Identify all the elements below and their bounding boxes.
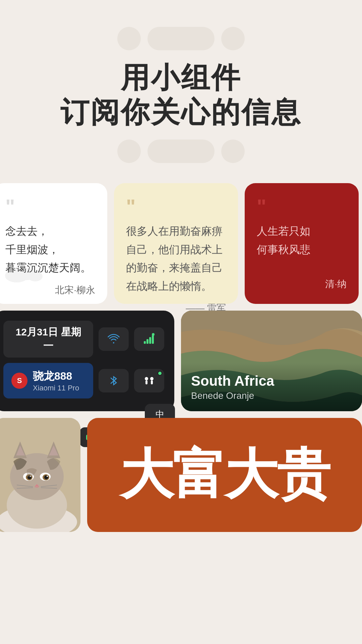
svg-rect-5 <box>149 337 151 344</box>
quote-author-2: —— 雷军 <box>126 302 226 311</box>
system-row-1: 12月31日 星期一 <box>3 321 164 358</box>
signal-button[interactable] <box>134 327 164 351</box>
chip-badge: S 骁龙888 Xiaomi 11 Pro <box>3 363 93 398</box>
svg-rect-11 <box>151 380 153 384</box>
quote-author-3: 清·纳 <box>257 278 347 290</box>
quote-card-leijun[interactable]: " 很多人在用勤奋麻痹自己，他们用战术上的勤奋，来掩盖自己在战略上的懒惰。 ——… <box>114 183 238 304</box>
pill-decor-3 <box>221 27 245 50</box>
system-row-2: S 骁龙888 Xiaomi 11 Pro <box>3 363 164 398</box>
top-decorative-pills <box>20 27 342 50</box>
map-widget[interactable]: South Africa Benede Oranje <box>181 311 362 411</box>
airpods-button[interactable] <box>134 369 164 392</box>
svg-point-7 <box>152 333 155 336</box>
quote-card-qing-poem[interactable]: " 人生若只如 何事秋风悲 清·纳 <box>245 183 359 304</box>
cloud-decoration <box>3 262 44 284</box>
map-country: South Africa <box>191 373 352 389</box>
chip-model: Xiaomi 11 Pro <box>33 384 79 392</box>
svg-point-2 <box>28 271 43 281</box>
chip-name: 骁龙888 <box>33 369 79 384</box>
svg-point-28 <box>47 476 48 477</box>
cat-widget[interactable] <box>0 418 80 532</box>
snapdragon-logo: S <box>11 373 27 389</box>
pill-decor-6 <box>221 140 245 163</box>
quote-text-3: 人生若只如 何事秋风悲 <box>257 222 347 271</box>
cat-image <box>0 418 80 532</box>
quote-card-chinese-poem[interactable]: " 念去去， 千里烟波， 暮霭沉沉楚天阔。 北宋·柳永 <box>0 183 107 304</box>
pill-decor-5 <box>147 140 215 163</box>
fortune-widget[interactable]: 大富大贵 <box>87 418 362 532</box>
map-info-overlay: South Africa Benede Oranje <box>181 363 362 411</box>
wifi-button[interactable] <box>99 327 129 351</box>
quote-cards-row: " 念去去， 千里烟波， 暮霭沉沉楚天阔。 北宋·柳永 " 很多人在用勤奋麻痹自… <box>0 183 362 311</box>
svg-point-8 <box>145 377 148 380</box>
date-label: 12月31日 星期一 <box>3 321 93 358</box>
fortune-text: 大富大贵 <box>120 439 329 511</box>
pill-decor-1 <box>117 27 141 50</box>
quote-mark-2: " <box>126 197 226 217</box>
svg-rect-6 <box>152 335 154 344</box>
quote-mark-1: " <box>5 197 95 217</box>
bluetooth-button[interactable] <box>99 369 129 392</box>
svg-rect-4 <box>146 339 148 344</box>
quote-mark-3: " <box>257 197 347 217</box>
system-map-row: 12月31日 星期一 <box>0 311 362 418</box>
chip-info: 骁龙888 Xiaomi 11 Pro <box>33 369 79 392</box>
header-section: 用小组件 订阅你关心的信息 <box>0 0 362 176</box>
bottom-decorative-pills <box>20 140 342 163</box>
svg-rect-3 <box>144 341 146 344</box>
page-title: 用小组件 订阅你关心的信息 <box>20 60 342 129</box>
svg-rect-9 <box>145 380 147 384</box>
quote-author-1: 北宋·柳永 <box>5 284 95 297</box>
map-region: Benede Oranje <box>191 390 352 401</box>
svg-point-10 <box>150 377 154 380</box>
bottom-row: 大富大贵 <box>0 418 362 532</box>
quote-text-2: 很多人在用勤奋麻痹自己，他们用战术上的勤奋，来掩盖自己在战略上的懒惰。 <box>126 222 226 295</box>
pill-decor-2 <box>147 27 215 50</box>
system-widget[interactable]: 12月31日 星期一 <box>0 311 174 411</box>
connected-indicator <box>158 371 162 376</box>
pill-decor-4 <box>117 140 141 163</box>
